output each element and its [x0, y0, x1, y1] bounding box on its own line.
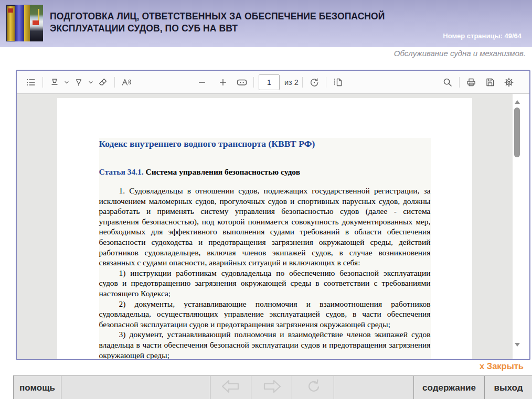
fit-width-button[interactable] [234, 74, 250, 90]
document-text-block: Кодекс внутреннего водного транспорта (К… [99, 138, 431, 359]
document-title: Кодекс внутреннего водного транспорта (К… [99, 138, 431, 149]
toolbar-divider [302, 77, 303, 88]
draw-pen-dropdown[interactable] [87, 74, 95, 90]
article-number: Статья 34.1. [99, 167, 144, 176]
print-icon [466, 77, 476, 88]
scroll-up-button[interactable] [515, 100, 520, 104]
page-count-label: из 2 [284, 78, 299, 87]
course-title: ПОДГОТОВКА ЛИЦ, ОТВЕТСТВЕННЫХ ЗА ОБЕСПЕЧ… [50, 10, 385, 35]
page-view-icon [333, 77, 343, 88]
zoom-in-button[interactable] [215, 74, 231, 90]
logo-detail [7, 6, 15, 41]
toc-button[interactable] [23, 74, 39, 90]
save-icon [485, 77, 495, 88]
toolbar-right-group [440, 71, 517, 93]
page-view-button[interactable] [330, 74, 346, 90]
help-button[interactable]: помощь [14, 376, 61, 399]
document-body: 1. Судовладельцы в отношении судов, подл… [99, 186, 431, 359]
page-number-label: Номер страницы: 49/64 [443, 32, 522, 40]
course-title-line1: ПОДГОТОВКА ЛИЦ, ОТВЕТСТВЕННЫХ ЗА ОБЕСПЕЧ… [50, 10, 385, 23]
read-aloud-icon [121, 77, 132, 88]
zoom-out-icon [197, 78, 207, 87]
close-link[interactable]: х Закрыть [480, 361, 524, 371]
chevron-down-icon [63, 79, 70, 85]
toolbar-divider [253, 77, 254, 88]
forward-arrow-icon [261, 378, 282, 397]
fit-width-icon [236, 77, 248, 88]
chevron-down-icon [88, 79, 94, 85]
rotate-icon [309, 77, 320, 88]
print-button[interactable] [463, 74, 479, 90]
eraser-button[interactable] [95, 74, 111, 90]
read-aloud-button[interactable] [119, 74, 134, 90]
pdf-page: Кодекс внутреннего водного транспорта (К… [57, 98, 472, 359]
toolbar-divider [326, 77, 326, 88]
document-paragraph: 3) документ, устанавливающий полномочия … [99, 329, 431, 359]
zoom-out-button[interactable] [194, 74, 210, 90]
eraser-icon [98, 77, 108, 88]
back-button[interactable] [210, 376, 251, 399]
nav-spacer-left [61, 376, 210, 399]
bottom-nav-bar: помощь содержание выход [13, 375, 532, 399]
highlighter-icon [49, 77, 60, 88]
page-number-input[interactable] [259, 74, 280, 90]
highlighter-dropdown[interactable] [62, 74, 71, 90]
highlighter-button[interactable] [47, 74, 62, 90]
forward-button[interactable] [251, 376, 292, 399]
document-paragraph: 2) документы, устанавливающие полномочия… [99, 299, 431, 330]
toolbar-divider [459, 77, 460, 88]
toc-icon [26, 77, 36, 88]
pdf-toolbar: из 2 [17, 71, 529, 94]
app-window: ПОДГОТОВКА ЛИЦ, ОТВЕТСТВЕННЫХ ЗА ОБЕСПЕЧ… [0, 0, 532, 399]
vertical-scrollbar[interactable] [513, 94, 529, 359]
course-title-line2: ЭКСПЛУАТАЦИИ СУДОВ, ПО СУБ НА ВВТ [50, 23, 385, 35]
logo-detail [30, 5, 43, 41]
article-title: Система управления безопасностью судов [144, 167, 300, 176]
scrollbar-thumb[interactable] [514, 107, 520, 157]
section-subtitle: Обслуживание судна и механизмов. [394, 49, 526, 58]
nav-spacer-right [334, 376, 414, 399]
scroll-down-button[interactable] [515, 343, 520, 347]
contents-button[interactable]: содержание [414, 376, 485, 399]
toolbar-left-group [23, 71, 134, 93]
search-button[interactable] [440, 74, 455, 90]
exit-button[interactable]: выход [485, 376, 532, 399]
toolbar-center-group: из 2 [194, 71, 346, 93]
pdf-content-area: Кодекс внутреннего водного транспорта (К… [17, 94, 529, 359]
pen-icon [73, 77, 84, 88]
document-article-heading: Статья 34.1. Система управления безопасн… [99, 167, 431, 177]
back-arrow-icon [220, 378, 241, 397]
rotate-button[interactable] [306, 74, 322, 90]
course-logo-image [6, 5, 43, 41]
save-button[interactable] [482, 74, 498, 90]
header-bar: ПОДГОТОВКА ЛИЦ, ОТВЕТСТВЕННЫХ ЗА ОБЕСПЕЧ… [0, 0, 532, 47]
logo-detail [24, 5, 30, 41]
toolbar-divider [42, 77, 43, 88]
settings-button[interactable] [501, 74, 517, 90]
gear-icon [504, 77, 514, 88]
document-paragraph: 1. Судовладельцы в отношении судов, подл… [99, 186, 431, 268]
pdf-viewer: из 2 [16, 70, 530, 360]
document-paragraph: 1) инструкции работникам судовладельца п… [99, 268, 431, 299]
search-icon [442, 77, 453, 88]
refresh-button[interactable] [292, 376, 334, 399]
toolbar-divider [114, 77, 115, 88]
zoom-in-icon [218, 78, 228, 87]
refresh-icon [304, 378, 322, 397]
logo-detail [15, 5, 24, 41]
draw-pen-button[interactable] [71, 74, 87, 90]
